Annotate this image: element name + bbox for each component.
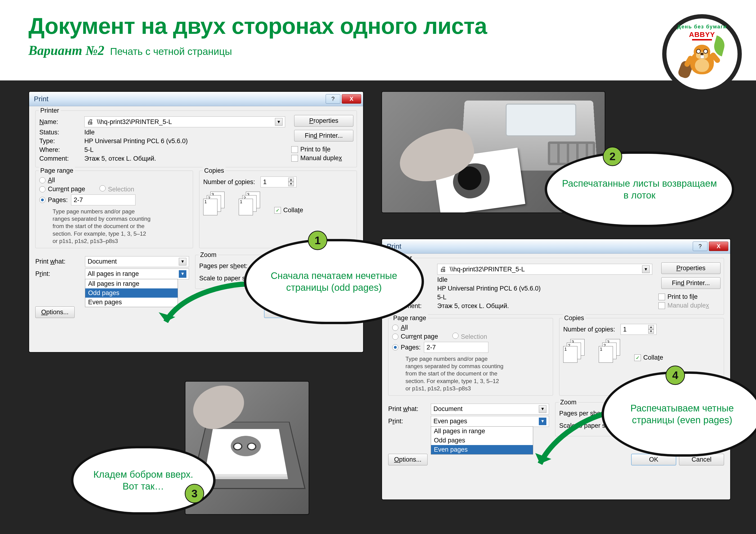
radio-all[interactable] xyxy=(39,177,45,183)
numcopies-label: Number of copies: xyxy=(203,178,255,186)
help-button[interactable]: ? xyxy=(326,94,340,104)
pages-value: 2-7 xyxy=(426,344,436,351)
type-value: HP Universal Printing PCL 6 (v5.6.0) xyxy=(84,138,188,145)
printer-group: Printer Name: 🖨 \\hq-print32\PRINTER_5-L… xyxy=(388,258,724,315)
find-printer-button[interactable]: Find Printer... xyxy=(294,130,353,141)
step-number-1: 1 xyxy=(308,231,327,250)
status-value: Idle xyxy=(84,129,95,136)
print-combo[interactable]: All pages in range▼ xyxy=(85,268,189,279)
numcopies-spinner[interactable]: 1▲▼ xyxy=(260,176,297,188)
radio-selection xyxy=(99,185,106,191)
page-title: Документ на двух сторонах одного листа xyxy=(28,14,728,38)
print-to-file-checkbox[interactable] xyxy=(291,146,298,153)
badge-arc-text: День без бумаги xyxy=(677,24,727,30)
zoom-legend: Zoom xyxy=(199,251,218,259)
find-printer-button[interactable]: Find Printer... xyxy=(661,277,720,289)
numcopies-spinner[interactable]: 1▲▼ xyxy=(621,324,657,335)
callout-3-text: Кладем бобром вверх. Вот так… xyxy=(88,469,199,492)
dd-option-even[interactable]: Even pages xyxy=(431,445,533,454)
printer-legend: Printer xyxy=(39,107,61,114)
callout-4-text: Распечатываем четные страницы (even page… xyxy=(618,402,746,426)
spin-down-icon[interactable]: ▼ xyxy=(648,329,654,334)
dropdown-arrow-icon[interactable]: ▼ xyxy=(179,258,186,266)
dd-option-odd[interactable]: Odd pages xyxy=(431,436,533,445)
dropdown-arrow-icon[interactable]: ▼ xyxy=(179,270,186,278)
radio-current[interactable] xyxy=(392,334,398,340)
spin-up-icon[interactable]: ▲ xyxy=(288,178,294,182)
properties-button[interactable]: Properties xyxy=(661,262,720,274)
pages-input[interactable]: 2-7 xyxy=(71,194,135,205)
status-value: Idle xyxy=(437,276,447,283)
print-to-file-label: Print to file xyxy=(300,146,331,153)
options-button[interactable]: Options... xyxy=(388,454,427,465)
radio-pages[interactable] xyxy=(39,197,45,203)
callout-1: Сначала печатаем нечетные страницы (odd … xyxy=(244,239,424,324)
printwhat-label: Print what: xyxy=(35,258,85,265)
radio-all-label: All xyxy=(401,324,408,331)
dropdown-arrow-icon[interactable]: ▼ xyxy=(275,118,283,126)
printwhat-combo[interactable]: Document▼ xyxy=(85,256,189,267)
radio-selection-label: Selection xyxy=(108,186,134,193)
spin-up-icon[interactable]: ▲ xyxy=(648,325,654,329)
collate-diagram: 321 321 ✓Collate xyxy=(203,191,353,215)
abbyy-logo-bar xyxy=(692,39,712,40)
copies-legend: Copies xyxy=(563,315,585,322)
printer-name-combo[interactable]: 🖨 \\hq-print32\PRINTER_5-L ▼ xyxy=(84,116,285,127)
dd-option-all[interactable]: All pages in range xyxy=(431,427,533,436)
step-number-2: 2 xyxy=(603,147,622,166)
comment-label: Comment: xyxy=(39,155,84,162)
help-button[interactable]: ? xyxy=(693,242,708,251)
close-button[interactable]: X xyxy=(709,242,728,251)
options-button[interactable]: Options... xyxy=(35,306,75,318)
manual-duplex-label: Manual duplex xyxy=(300,155,342,162)
numcopies-value: 1 xyxy=(263,178,267,186)
collate-checkbox[interactable]: ✓ xyxy=(274,207,281,214)
step-number-3: 3 xyxy=(185,484,204,503)
titlebar[interactable]: Print ? X xyxy=(382,239,730,254)
titlebar[interactable]: Print ? X xyxy=(29,92,363,106)
collate-label: Collate xyxy=(643,354,663,361)
properties-button[interactable]: Properties xyxy=(294,115,353,127)
zoom-legend: Zoom xyxy=(559,399,578,406)
spin-down-icon[interactable]: ▼ xyxy=(288,182,294,186)
pages-value: 2-7 xyxy=(74,196,83,204)
print-value: All pages in range xyxy=(88,270,139,277)
collate-diagram: 321 321 ✓Collate xyxy=(563,339,720,363)
radio-pages[interactable] xyxy=(392,344,398,350)
printwhat-value: Document xyxy=(88,258,117,265)
page: Документ на двух сторонах одного листа В… xyxy=(0,0,756,534)
header: Документ на двух сторонах одного листа В… xyxy=(0,0,756,67)
callout-1-text: Сначала печатаем нечетные страницы (odd … xyxy=(260,270,407,293)
print-to-file-checkbox[interactable] xyxy=(659,293,665,300)
radio-all[interactable] xyxy=(392,325,398,331)
type-label: Type: xyxy=(39,138,84,145)
collate-checkbox[interactable]: ✓ xyxy=(634,354,641,361)
where-label: Where: xyxy=(39,146,84,154)
subtitle: Вариант №2 Печать с четной страницы xyxy=(28,43,728,58)
pagerange-legend: Page range xyxy=(39,167,75,174)
name-label: Name: xyxy=(39,118,84,126)
print-label: Print: xyxy=(35,270,85,277)
close-button[interactable]: X xyxy=(342,94,361,104)
pagerange-group: Page range All Current page Selection Pa… xyxy=(35,170,193,248)
radio-current[interactable] xyxy=(39,186,45,192)
subtitle-text: Печать с четной страницы xyxy=(110,46,232,57)
printwhat-value: Document xyxy=(433,405,463,413)
comment-value: Этаж 5, отсек L. Общий. xyxy=(437,302,509,310)
pages-note: Type page numbers and/or page ranges sep… xyxy=(53,208,152,245)
step-number-4: 4 xyxy=(665,366,685,385)
print-label: Print: xyxy=(388,418,431,425)
print-dropdown[interactable]: All pages in range Odd pages Even pages xyxy=(431,426,533,454)
pages-input[interactable]: 2-7 xyxy=(424,342,488,353)
comment-value: Этаж 5, отсек L. Общий. xyxy=(84,155,156,162)
arrow-1-icon xyxy=(151,282,256,335)
printer-name-combo[interactable]: 🖨 \\hq-print32\PRINTER_5-L▼ xyxy=(437,264,652,275)
abbyy-logo: ABBYY xyxy=(689,31,715,38)
pages-note: Type page numbers and/or page ranges sep… xyxy=(405,355,505,392)
where-value: 5-L xyxy=(84,146,94,154)
dropdown-arrow-icon[interactable]: ▼ xyxy=(642,266,650,273)
radio-pages-label: Pages: xyxy=(401,344,420,351)
manual-duplex-checkbox[interactable] xyxy=(291,155,298,162)
dialog-title: Print xyxy=(34,95,324,103)
printwhat-label: Print what: xyxy=(388,405,431,413)
